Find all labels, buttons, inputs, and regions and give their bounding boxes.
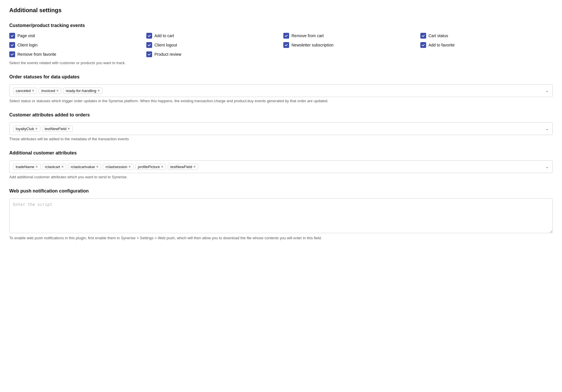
customer-attributes-title: Customer attributes added to orders bbox=[9, 112, 553, 118]
order-statuses-title: Order statuses for data updates bbox=[9, 74, 553, 80]
label-newsletter-subscription: Newsletter subscription bbox=[291, 43, 334, 47]
tag-canceled-remove[interactable]: × bbox=[32, 89, 34, 93]
checkbox-remove-from-cart[interactable] bbox=[283, 33, 289, 39]
event-product-review: Product review bbox=[146, 51, 279, 57]
tracking-events-section: Customer/product tracking events Page vi… bbox=[9, 23, 553, 65]
checkbox-remove-from-favorite[interactable] bbox=[9, 51, 15, 57]
tag-invoiced-label: invoiced bbox=[41, 89, 55, 93]
tag-rclastcart: rclastcart × bbox=[42, 164, 66, 170]
tag-invoiced-remove[interactable]: × bbox=[56, 89, 59, 93]
label-client-login: Client login bbox=[17, 43, 37, 47]
tag-rclastsession-label: rclastsession bbox=[105, 165, 127, 169]
customer-attributes-dropdown-icon[interactable]: ⌄ bbox=[545, 126, 549, 131]
label-page-visit: Page visit bbox=[17, 33, 35, 38]
event-page-visit: Page visit bbox=[9, 33, 142, 39]
tag-rclastcartvalue: rclastcartvalue × bbox=[68, 164, 101, 170]
checkbox-cart-status[interactable] bbox=[420, 33, 426, 39]
order-statuses-section: Order statuses for data updates canceled… bbox=[9, 74, 553, 103]
label-client-logout: Client logout bbox=[154, 43, 177, 47]
tag-ready-for-handling: ready-for-handling × bbox=[63, 88, 102, 94]
event-remove-from-cart: Remove from cart bbox=[283, 33, 416, 39]
label-add-to-cart: Add to cart bbox=[154, 33, 174, 38]
tag-profile-picture: profilePicture × bbox=[135, 164, 166, 170]
tag-rclastcart-remove[interactable]: × bbox=[61, 165, 64, 169]
order-statuses-dropdown-icon[interactable]: ⌄ bbox=[545, 88, 549, 93]
tag-ready-for-handling-label: ready-for-handling bbox=[66, 89, 96, 93]
event-client-logout: Client logout bbox=[146, 42, 279, 48]
checkbox-page-visit[interactable] bbox=[9, 33, 15, 39]
checkbox-newsletter-subscription[interactable] bbox=[283, 42, 289, 48]
web-push-textarea[interactable] bbox=[9, 198, 553, 233]
tracking-events-title: Customer/product tracking events bbox=[9, 23, 553, 28]
label-remove-from-favorite: Remove from favorite bbox=[17, 52, 56, 57]
tracking-events-hint: Select the events related with customer … bbox=[9, 61, 553, 65]
web-push-title: Web push notification configuration bbox=[9, 188, 553, 194]
additional-attributes-dropdown-icon[interactable]: ⌄ bbox=[545, 164, 549, 169]
label-product-review: Product review bbox=[154, 52, 181, 57]
customer-attributes-input[interactable]: loyaltyClub × testNewField × ⌄ bbox=[9, 122, 553, 135]
tag-rclastcart-label: rclastcart bbox=[45, 165, 60, 169]
tag-test-new-field: testNewField × bbox=[42, 126, 73, 132]
events-grid: Page visit Add to cart Remove from cart bbox=[9, 33, 553, 57]
order-statuses-hint: Select status or statuses which trigger … bbox=[9, 99, 553, 103]
tag-rclastcartvalue-remove[interactable]: × bbox=[96, 165, 98, 169]
web-push-section: Web push notification configuration To e… bbox=[9, 188, 553, 240]
event-newsletter-subscription: Newsletter subscription bbox=[283, 42, 416, 48]
tag-test-new-field-2: testNewField × bbox=[168, 164, 198, 170]
page-title: Additional settings bbox=[9, 7, 553, 14]
label-add-to-favorite: Add to favorite bbox=[428, 43, 455, 47]
checkbox-add-to-cart[interactable] bbox=[146, 33, 152, 39]
event-add-to-cart: Add to cart bbox=[146, 33, 279, 39]
tag-test-new-field-2-remove[interactable]: × bbox=[193, 165, 196, 169]
tag-trade-name: tradeName × bbox=[13, 164, 41, 170]
event-cart-status: Cart status bbox=[420, 33, 553, 39]
additional-attributes-section: Additional customer attributes tradeName… bbox=[9, 150, 553, 179]
tag-rclastcartvalue-label: rclastcartvalue bbox=[71, 165, 95, 169]
tag-profile-picture-remove[interactable]: × bbox=[161, 165, 163, 169]
web-push-hint: To enable web push notifications in this… bbox=[9, 236, 553, 240]
tag-rclastsession: rclastsession × bbox=[103, 164, 133, 170]
tag-ready-for-handling-remove[interactable]: × bbox=[98, 89, 100, 93]
checkbox-client-logout[interactable] bbox=[146, 42, 152, 48]
tag-loyalty-club: loyaltyClub × bbox=[13, 126, 40, 132]
tag-loyalty-club-label: loyaltyClub bbox=[16, 127, 34, 131]
tag-test-new-field-label: testNewField bbox=[45, 127, 66, 131]
checkbox-client-login[interactable] bbox=[9, 42, 15, 48]
tag-canceled-label: canceled bbox=[16, 89, 31, 93]
tag-invoiced: invoiced × bbox=[39, 88, 61, 94]
customer-attributes-hint: These attributes will be added to the me… bbox=[9, 137, 553, 141]
tag-loyalty-club-remove[interactable]: × bbox=[35, 127, 38, 131]
event-client-login: Client login bbox=[9, 42, 142, 48]
tag-trade-name-label: tradeName bbox=[16, 165, 34, 169]
tag-profile-picture-label: profilePicture bbox=[138, 165, 160, 169]
customer-attributes-section: Customer attributes added to orders loya… bbox=[9, 112, 553, 141]
tag-test-new-field-remove[interactable]: × bbox=[68, 127, 70, 131]
label-remove-from-cart: Remove from cart bbox=[291, 33, 324, 38]
label-cart-status: Cart status bbox=[428, 33, 448, 38]
event-remove-from-favorite: Remove from favorite bbox=[9, 51, 142, 57]
tag-test-new-field-2-label: testNewField bbox=[170, 165, 192, 169]
additional-attributes-hint: Add additional customer attributes which… bbox=[9, 175, 553, 179]
checkbox-product-review[interactable] bbox=[146, 51, 152, 57]
order-statuses-input[interactable]: canceled × invoiced × ready-for-handling… bbox=[9, 84, 553, 97]
checkbox-add-to-favorite[interactable] bbox=[420, 42, 426, 48]
tag-trade-name-remove[interactable]: × bbox=[35, 165, 38, 169]
tag-rclastsession-remove[interactable]: × bbox=[129, 165, 131, 169]
additional-attributes-input[interactable]: tradeName × rclastcart × rclastcartvalue… bbox=[9, 160, 553, 173]
additional-attributes-title: Additional customer attributes bbox=[9, 150, 553, 156]
tag-canceled: canceled × bbox=[13, 88, 37, 94]
event-add-to-favorite: Add to favorite bbox=[420, 42, 553, 48]
